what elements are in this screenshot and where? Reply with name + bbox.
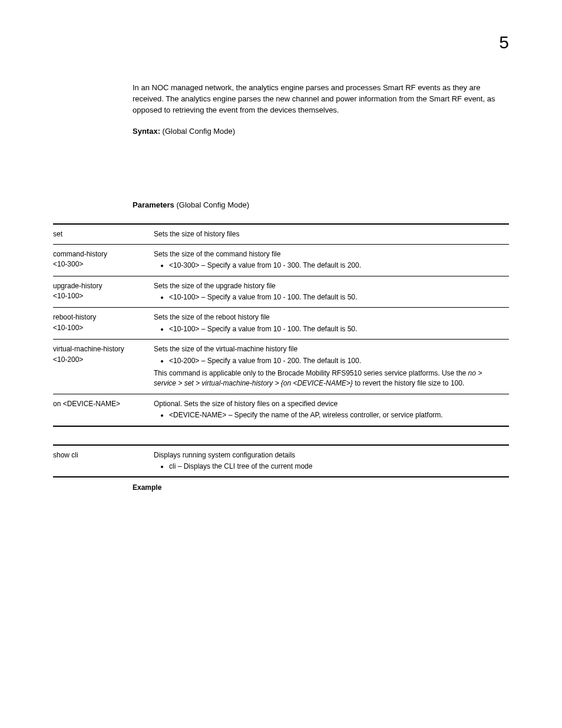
param-name: show cli <box>53 445 154 477</box>
param-desc-text: Displays running system configuration de… <box>154 451 295 459</box>
param-desc: Sets the size of the upgrade history fil… <box>154 276 509 308</box>
param-desc-text: Sets the size of the upgrade history fil… <box>154 282 276 290</box>
bullet-list: <10-200> – Specify a value from 10 - 200… <box>154 356 505 366</box>
parameters-suffix: (Global Config Mode) <box>174 200 249 209</box>
list-item: <10-200> – Specify a value from 10 - 200… <box>169 356 505 366</box>
param-name: upgrade-history <10-100> <box>53 276 154 308</box>
table-row: command-history <10-300> Sets the size o… <box>53 244 509 276</box>
table-row: on <DEVICE-NAME> Optional. Sets the size… <box>53 394 509 426</box>
table-row: show cli Displays running system configu… <box>53 445 509 477</box>
param-name: on <DEVICE-NAME> <box>53 394 154 426</box>
bullet-list: <10-300> – Specify a value from 10 - 300… <box>154 261 505 271</box>
table-row: set Sets the size of history files <box>53 224 509 245</box>
param-desc-text: Sets the size of the command history fil… <box>154 250 280 258</box>
parameters-label: Parameters <box>133 200 174 209</box>
param-note: This command is applicable only to the B… <box>154 368 505 389</box>
param-desc: Sets the size of the reboot history file… <box>154 308 509 340</box>
parameters-table-1: set Sets the size of history files comma… <box>53 223 509 427</box>
param-desc: Displays running system configuration de… <box>154 445 509 477</box>
table-row: upgrade-history <10-100> Sets the size o… <box>53 276 509 308</box>
intro-block: In an NOC managed network, the analytics… <box>133 83 509 209</box>
param-name: command-history <10-300> <box>53 244 154 276</box>
list-item: <10-300> – Specify a value from 10 - 300… <box>169 261 505 271</box>
param-range: <10-100> <box>53 324 83 332</box>
table-row: virtual-machine-history <10-200> Sets th… <box>53 340 509 394</box>
param-name-text: virtual-machine-history <box>53 345 124 353</box>
param-range: <10-200> <box>53 355 83 364</box>
parameters-line: Parameters (Global Config Mode) <box>133 200 509 209</box>
list-item: cli – Displays the CLI tree of the curre… <box>169 462 505 472</box>
page-container: 5 In an NOC managed network, the analyti… <box>0 0 562 527</box>
syntax-line: Syntax: (Global Config Mode) <box>133 127 509 136</box>
chapter-number: 5 <box>499 32 509 52</box>
param-desc: Optional. Sets the size of history files… <box>154 394 509 426</box>
param-name: set <box>53 224 154 245</box>
param-range: <10-100> <box>53 292 83 300</box>
param-name: virtual-machine-history <10-200> <box>53 340 154 394</box>
param-name-text: upgrade-history <box>53 282 102 290</box>
bullet-list: <10-100> – Specify a value from 10 - 100… <box>154 324 505 334</box>
param-desc-text: Sets the size of the virtual-machine his… <box>154 345 297 353</box>
intro-paragraph: In an NOC managed network, the analytics… <box>133 83 509 116</box>
bullet-list: <10-100> – Specify a value from 10 - 100… <box>154 292 505 302</box>
note-post: to revert the history file size to 100. <box>353 379 464 387</box>
table-row: reboot-history <10-100> Sets the size of… <box>53 308 509 340</box>
example-heading: Example <box>133 483 509 492</box>
list-item: <DEVICE-NAME> – Specify the name of the … <box>169 410 505 420</box>
syntax-label: Syntax: <box>133 127 160 136</box>
param-desc: Sets the size of the virtual-machine his… <box>154 340 509 394</box>
bullet-list: <DEVICE-NAME> – Specify the name of the … <box>154 410 505 420</box>
bullet-list: cli – Displays the CLI tree of the curre… <box>154 462 505 472</box>
syntax-value: (Global Config Mode) <box>160 127 235 136</box>
param-desc-text: Sets the size of the reboot history file <box>154 313 270 321</box>
list-item: <10-100> – Specify a value from 10 - 100… <box>169 324 505 334</box>
param-desc: Sets the size of the command history fil… <box>154 244 509 276</box>
note-pre: This command is applicable only to the B… <box>154 369 468 377</box>
param-name-text: command-history <box>53 250 107 258</box>
param-range: <10-300> <box>53 260 83 268</box>
param-name-text: reboot-history <box>53 313 96 321</box>
list-item: <10-100> – Specify a value from 10 - 100… <box>169 292 505 302</box>
param-name: reboot-history <10-100> <box>53 308 154 340</box>
param-desc: Sets the size of history files <box>154 224 509 245</box>
parameters-table-2: show cli Displays running system configu… <box>53 444 509 478</box>
param-desc-text: Optional. Sets the size of history files… <box>154 400 338 408</box>
